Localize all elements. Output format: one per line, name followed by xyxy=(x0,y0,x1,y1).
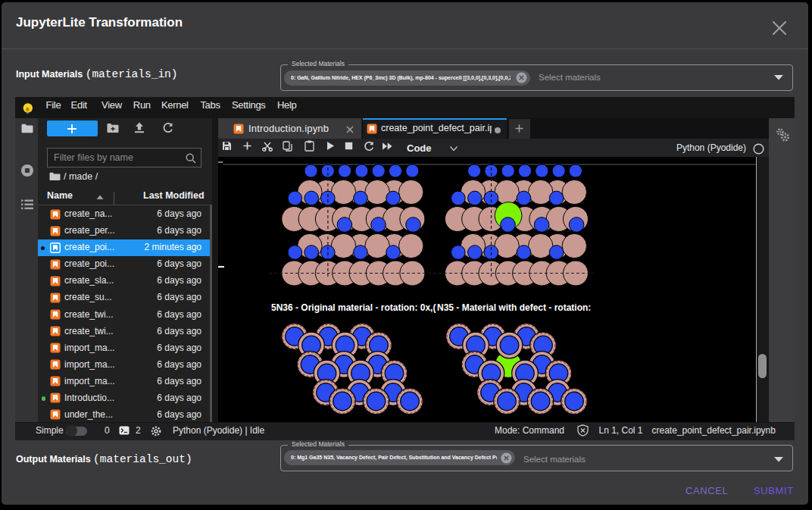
svg-text:N35 - Material with defect - r: N35 - Material with defect - rotation: xyxy=(437,302,591,313)
svg-text:5N36 - Original material - rot: 5N36 - Original material - rotation: 0x,… xyxy=(271,302,436,313)
